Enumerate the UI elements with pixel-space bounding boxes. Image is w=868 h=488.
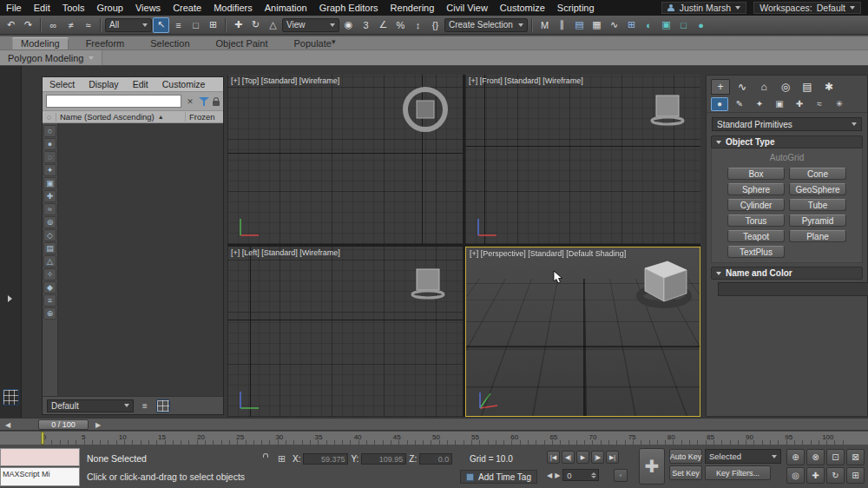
object-type-button[interactable]: TextPlus bbox=[727, 246, 785, 258]
angle-snap-icon[interactable]: ∠ bbox=[375, 17, 391, 33]
menu-item[interactable]: File bbox=[0, 0, 28, 16]
object-type-button[interactable]: Teapot bbox=[727, 230, 785, 242]
render-production-icon[interactable]: ● bbox=[693, 17, 709, 33]
menu-item[interactable]: Graph Editors bbox=[313, 0, 385, 16]
unlink-selection-icon[interactable]: ≠ bbox=[62, 17, 79, 33]
object-type-button[interactable]: Box bbox=[727, 168, 785, 180]
workspaces-selector[interactable]: Workspaces: Default bbox=[753, 2, 861, 14]
key-mode-dropdown[interactable]: Selected bbox=[705, 449, 781, 464]
display-tab-icon[interactable]: ▤ bbox=[798, 79, 817, 95]
explorer-menu-item[interactable]: Display bbox=[82, 79, 125, 89]
filter-icon[interactable] bbox=[199, 96, 209, 107]
active-layer-dropdown[interactable]: Default bbox=[47, 399, 134, 412]
viewport-label[interactable]: [+] [Front] [Standard] [Wireframe] bbox=[469, 76, 583, 85]
utilities-tab-icon[interactable]: ✱ bbox=[819, 79, 838, 95]
object-type-button[interactable]: Plane bbox=[789, 230, 846, 242]
zoom-icon[interactable]: ⊕ bbox=[786, 449, 805, 465]
layer-list-icon[interactable]: ≡ bbox=[138, 399, 152, 412]
object-type-button[interactable]: Tube bbox=[789, 199, 846, 211]
menu-item[interactable]: Animation bbox=[259, 0, 313, 16]
next-frame-arrow-icon[interactable]: ▶ bbox=[555, 472, 560, 479]
select-by-name-icon[interactable]: ≡ bbox=[170, 17, 187, 33]
macro-recorder-field[interactable] bbox=[0, 448, 80, 466]
select-object-icon[interactable]: ↖ bbox=[153, 17, 169, 33]
display-containers-icon[interactable]: ✧ bbox=[43, 268, 56, 280]
schematic-view-icon[interactable]: ⊞ bbox=[623, 17, 640, 33]
ribbon-overflow-icon[interactable]: ▾ bbox=[332, 37, 336, 48]
time-slider[interactable]: ◀ 0 / 100 ▶ bbox=[0, 418, 868, 431]
viewport-label[interactable]: [+] [Top] [Standard] [Wireframe] bbox=[231, 76, 339, 85]
lock-icon[interactable] bbox=[213, 101, 220, 106]
display-materials-icon[interactable]: ▤ bbox=[43, 242, 56, 254]
torus-and-box-object[interactable] bbox=[398, 82, 453, 137]
display-lights-icon[interactable]: ✦ bbox=[43, 164, 56, 176]
menu-item[interactable]: Edit bbox=[28, 0, 56, 16]
primitive-category-dropdown[interactable]: Standard Primitives bbox=[712, 117, 862, 131]
rectangular-selection-region-icon[interactable]: □ bbox=[187, 17, 204, 33]
display-bones-icon[interactable]: △ bbox=[43, 255, 56, 267]
visibility-column-icon[interactable]: ◌ bbox=[43, 113, 56, 122]
lights-category-icon[interactable]: ✦ bbox=[751, 97, 768, 111]
scene-object-list[interactable] bbox=[58, 123, 223, 396]
frozen-column-header[interactable]: Frozen bbox=[185, 112, 223, 122]
bind-to-space-warp-icon[interactable]: ≈ bbox=[80, 17, 96, 33]
previous-frame-icon[interactable]: ◀| bbox=[562, 451, 575, 464]
viewport-label[interactable]: [+] [Perspective] [Standard] [Default Sh… bbox=[470, 249, 626, 258]
menu-item[interactable]: Group bbox=[90, 0, 129, 16]
explorer-menu-item[interactable]: Customize bbox=[155, 79, 213, 89]
name-column-header[interactable]: Name (Sorted Ascending) ▲ bbox=[56, 112, 185, 122]
box-and-torus-object[interactable] bbox=[631, 251, 697, 313]
display-xrefs-icon[interactable]: ◇ bbox=[43, 229, 56, 241]
create-tab-icon[interactable]: + bbox=[711, 79, 730, 95]
edit-named-selection-sets-icon[interactable]: {} bbox=[427, 17, 444, 33]
z-coordinate-field[interactable]: 0.0 bbox=[419, 453, 452, 465]
scene-explorer-toggle-icon[interactable] bbox=[3, 389, 19, 406]
spinner-snap-icon[interactable]: ↕ bbox=[410, 17, 426, 33]
current-frame-marker[interactable] bbox=[41, 432, 44, 445]
shapes-category-icon[interactable]: ✎ bbox=[731, 97, 748, 111]
track-bar[interactable]: 0510152025303540455055606570758085909510… bbox=[0, 432, 868, 445]
hierarchy-tab-icon[interactable]: ⌂ bbox=[754, 79, 773, 95]
render-setup-icon[interactable]: ▣ bbox=[658, 17, 674, 33]
go-to-end-icon[interactable]: ▶| bbox=[606, 451, 619, 464]
clear-search-icon[interactable]: ✕ bbox=[185, 97, 195, 106]
ribbon-tab[interactable]: Object Paint bbox=[207, 37, 277, 49]
auto-key-button[interactable]: Auto Key bbox=[669, 449, 702, 464]
object-type-button[interactable]: Torus bbox=[727, 214, 785, 227]
display-shapes-icon[interactable]: ◌ bbox=[43, 151, 56, 163]
autogrid-checkbox[interactable]: AutoGrid bbox=[715, 153, 858, 162]
new-scene-explorer-icon[interactable] bbox=[156, 399, 170, 412]
select-and-link-icon[interactable]: ∞ bbox=[45, 17, 62, 33]
helpers-category-icon[interactable]: ✚ bbox=[791, 97, 808, 111]
viewport-top[interactable]: [+] [Top] [Standard] [Wireframe] bbox=[227, 75, 463, 244]
key-filters-button[interactable]: Key Filters... bbox=[705, 465, 771, 480]
display-none-icon[interactable]: ○ bbox=[43, 125, 56, 137]
zoom-region-icon[interactable]: ⊠ bbox=[846, 449, 865, 465]
display-groups-icon[interactable]: ⊚ bbox=[43, 216, 56, 228]
layer-manager-icon[interactable]: ▤ bbox=[571, 17, 588, 33]
systems-category-icon[interactable]: ✳ bbox=[831, 97, 848, 111]
display-hidden-icon[interactable]: ≡ bbox=[43, 294, 56, 307]
go-to-start-icon[interactable]: |◀ bbox=[547, 451, 560, 464]
maxscript-listener-field[interactable]: MAXScript Mi bbox=[0, 467, 80, 487]
display-cameras-icon[interactable]: ▣ bbox=[43, 177, 56, 189]
menu-item[interactable]: Rendering bbox=[385, 0, 441, 16]
zoom-all-icon[interactable]: ⊗ bbox=[806, 449, 825, 465]
menu-item[interactable]: Create bbox=[167, 0, 207, 16]
current-frame-field[interactable]: 0 bbox=[562, 469, 599, 481]
selection-filter-dropdown[interactable]: All bbox=[105, 18, 152, 32]
viewport-label[interactable]: [+] [Left] [Standard] [Wireframe] bbox=[231, 248, 340, 257]
undo-icon[interactable]: ↶ bbox=[3, 17, 19, 33]
align-icon[interactable]: ∥ bbox=[554, 17, 570, 33]
select-and-move-icon[interactable]: ✚ bbox=[230, 17, 247, 33]
modify-tab-icon[interactable]: ∿ bbox=[733, 79, 752, 95]
motion-tab-icon[interactable]: ◎ bbox=[776, 79, 795, 95]
object-type-button[interactable]: Pyramid bbox=[789, 214, 846, 227]
polygon-modeling-panel[interactable]: Polygon Modeling bbox=[0, 50, 102, 65]
select-and-scale-icon[interactable]: △ bbox=[265, 17, 281, 33]
set-keys-button[interactable]: ✚ bbox=[639, 448, 665, 485]
explorer-settings-icon[interactable]: ⊕ bbox=[43, 307, 56, 320]
menu-item[interactable]: Civil View bbox=[440, 0, 493, 16]
menu-item[interactable]: Tools bbox=[56, 0, 91, 16]
previous-frame-arrow-icon[interactable]: ◀ bbox=[5, 421, 10, 429]
